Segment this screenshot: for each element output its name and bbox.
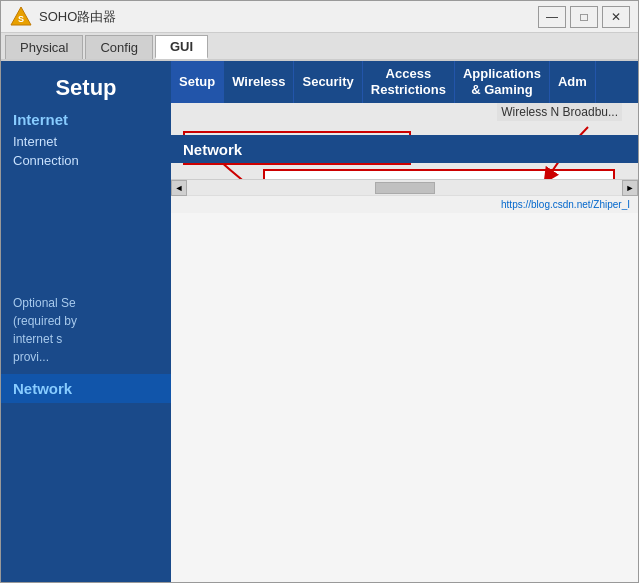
url-bar: https://blog.csdn.net/Zhiper_I <box>171 195 638 213</box>
tab-bar: Physical Config GUI <box>1 33 638 61</box>
maximize-button[interactable]: □ <box>570 6 598 28</box>
close-button[interactable]: ✕ <box>602 6 630 28</box>
svg-text:S: S <box>18 14 24 24</box>
content-pane: Setup Wireless Security AccessRestrictio… <box>171 61 638 582</box>
internet-ip-row: Internet IP A . . . <box>273 177 605 179</box>
nav-wireless[interactable]: Wireless <box>224 61 294 103</box>
window-controls: — □ ✕ <box>538 6 630 28</box>
sidebar-network-section: Network <box>1 374 171 403</box>
nav-security[interactable]: Security <box>294 61 362 103</box>
sidebar: Setup Internet Internet Connection Optio… <box>1 61 171 582</box>
nav-access[interactable]: AccessRestrictions <box>363 61 455 103</box>
nav-applications[interactable]: Applications& Gaming <box>455 61 550 103</box>
main-window: S SOHO路由器 — □ ✕ Physical Config GUI Setu… <box>0 0 639 583</box>
scroll-right-button[interactable]: ► <box>622 180 638 196</box>
ip-fields-highlight: Internet IP A . . . <box>263 169 615 179</box>
network-bar: Network <box>171 135 638 163</box>
nav-setup[interactable]: Setup <box>171 61 224 103</box>
sidebar-internet-section: Internet <box>1 107 171 132</box>
sidebar-optional-text: Optional Se(required byinternet sprovi..… <box>1 290 171 370</box>
web-content: Wireless N Broadbu... Static IP DHCP PPP… <box>171 103 638 179</box>
sidebar-title: Setup <box>1 69 171 107</box>
tab-config[interactable]: Config <box>85 35 153 59</box>
sidebar-item-connection: Connection <box>1 151 171 170</box>
minimize-button[interactable]: — <box>538 6 566 28</box>
network-label: Network <box>183 141 242 158</box>
bottom-scrollbar: ◄ ► <box>171 179 638 195</box>
tab-physical[interactable]: Physical <box>5 35 83 59</box>
sidebar-item-internet: Internet <box>1 132 171 151</box>
url-text: https://blog.csdn.net/Zhiper_I <box>501 199 630 210</box>
main-content: Setup Internet Internet Connection Optio… <box>1 61 638 582</box>
app-logo: S <box>9 5 33 29</box>
hscroll-thumb[interactable] <box>375 182 435 194</box>
window-title: SOHO路由器 <box>39 8 538 26</box>
top-nav: Setup Wireless Security AccessRestrictio… <box>171 61 638 103</box>
scroll-left-button[interactable]: ◄ <box>171 180 187 196</box>
title-bar: S SOHO路由器 — □ ✕ <box>1 1 638 33</box>
brand-text: Wireless N Broadbu... <box>497 103 622 121</box>
tab-gui[interactable]: GUI <box>155 35 208 59</box>
nav-admin[interactable]: Adm <box>550 61 596 103</box>
hscroll-track[interactable] <box>187 180 622 195</box>
